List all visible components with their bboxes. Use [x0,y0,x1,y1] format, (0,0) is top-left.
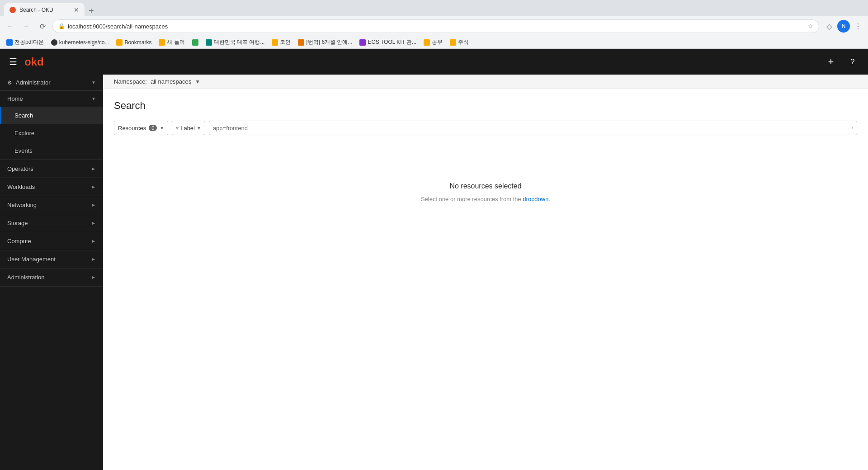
bookmark-coin[interactable]: 코인 [269,38,293,47]
sidebar-item-storage[interactable]: Storage ► [0,214,103,232]
bookmark-eos[interactable]: EOS TOOL KIT 관... [357,38,419,47]
lock-icon: 🔒 [58,23,65,29]
bookmark-eos-label: EOS TOOL KIT 관... [368,38,416,46]
search-toolbar: Resources 0 ▼ ▿ Label ▼ / [114,121,857,135]
sidebar-item-workloads[interactable]: Workloads ► [0,178,103,196]
help-button[interactable]: ? [844,54,861,70]
sidebar-administrator-header[interactable]: ⚙ Administrator ▼ [0,75,103,90]
administrator-icon: ⚙ [7,80,12,86]
search-input[interactable] [213,125,851,132]
resources-dropdown[interactable]: Resources 0 ▼ [114,121,168,135]
storage-chevron-icon: ► [91,221,96,226]
compute-chevron-icon: ► [91,239,96,244]
bookmark-green-icon [192,39,198,46]
sidebar-home-header[interactable]: Home ▼ [0,91,103,107]
administrator-chevron-icon: ▼ [91,80,96,85]
bookmark-k8s-label: kubernetes-sigs/co... [59,39,109,46]
app-layout: ☰ okd + ? ⚙ Administrator ▼ Home ▼ [0,49,868,470]
sidebar-workloads-label: Workloads [7,183,91,190]
okd-logo-kd: kd [31,56,44,68]
namespace-selector[interactable]: Namespace: all namespaces ▼ [114,78,200,85]
back-button[interactable]: ← [4,20,16,33]
hamburger-menu-button[interactable]: ☰ [7,55,19,69]
namespace-chevron-icon: ▼ [195,79,200,85]
bookmark-pdf-label: 전공pdf다운 [14,38,44,46]
okd-logo-o: o [24,56,31,68]
bookmark-folder[interactable]: 새 폴더 [156,38,187,47]
bookmark-bookmarks[interactable]: Bookmarks [113,38,154,47]
sidebar-item-administration[interactable]: Administration ► [0,268,103,286]
sidebar-administration-section: Administration ► [0,268,103,287]
url-input[interactable] [68,23,805,30]
bookmark-coin-label: 코인 [280,38,291,46]
bookmark-study-label: 공부 [432,38,443,46]
sidebar-search-label: Search [14,112,96,119]
bookmark-folder-icon [159,39,165,46]
bookmark-pdf[interactable]: 전공pdf다운 [4,38,47,47]
sidebar-administrator-section: ⚙ Administrator ▼ [0,75,103,91]
sidebar-item-user-management[interactable]: User Management ► [0,250,103,268]
label-chevron-icon: ▼ [197,126,201,131]
page-title: Search [114,100,857,112]
sidebar-explore-label: Explore [14,130,96,136]
sidebar: ⚙ Administrator ▼ Home ▼ Search Explore [0,75,103,470]
tab-close-button[interactable]: ✕ [74,6,79,14]
sidebar-operators-section: Operators ► [0,160,103,178]
star-icon[interactable]: ☆ [807,23,813,30]
new-tab-button[interactable]: + [85,6,98,16]
sidebar-item-operators[interactable]: Operators ► [0,160,103,178]
reload-button[interactable]: ⟳ [36,20,49,33]
namespace-label: Namespace: [114,78,147,85]
bookmark-trans[interactable]: [번역] 6개월 안에... [295,38,355,47]
sidebar-usermgmt-label: User Management [7,256,91,263]
sidebar-compute-label: Compute [7,238,91,244]
bookmark-korea-label: 대한민국 대표 여행... [214,38,265,46]
sidebar-item-networking[interactable]: Networking ► [0,196,103,214]
active-tab[interactable]: Search - OKD ✕ [4,3,85,16]
sidebar-home-label: Home [7,95,91,102]
sidebar-item-search[interactable]: Search [0,107,103,124]
bookmark-green[interactable] [189,38,201,47]
bookmark-bookmarks-label: Bookmarks [124,39,151,46]
sidebar-workloads-section: Workloads ► [0,178,103,196]
browser-chrome: Search - OKD ✕ + ← → ⟳ 🔒 ☆ ◇ N ⋮ 전공pdf다운… [0,0,868,49]
edit-icon: / [851,125,853,132]
administration-chevron-icon: ► [91,275,96,280]
bookmarks-bar: 전공pdf다운 kubernetes-sigs/co... Bookmarks … [0,36,868,49]
sidebar-events-label: Events [14,147,96,154]
forward-button[interactable]: → [20,20,33,33]
extensions-button[interactable]: ◇ [823,20,835,33]
sidebar-administrator-label: Administrator [16,79,91,86]
bookmark-stock[interactable]: 주식 [447,38,472,47]
search-input-container[interactable]: / [209,121,857,135]
add-button[interactable]: + [823,54,839,70]
top-bar: ☰ okd + ? [0,49,868,75]
tab-title: Search - OKD [19,7,53,13]
bookmark-study[interactable]: 공부 [421,38,445,47]
sidebar-item-events[interactable]: Events [0,142,103,160]
empty-state-desc-suffix: . [548,196,550,202]
sidebar-compute-section: Compute ► [0,232,103,250]
dropdown-link[interactable]: dropdown [523,196,548,202]
empty-state-desc-prefix: Select one or more resources from the [421,196,523,202]
sidebar-item-explore[interactable]: Explore [0,124,103,142]
bookmark-korea[interactable]: 대한민국 대표 여행... [203,38,268,47]
bookmark-stock-icon [450,39,456,46]
browser-tabs: Search - OKD ✕ + [0,0,868,16]
label-filter-button[interactable]: ▿ Label ▼ [172,121,205,135]
home-chevron-icon: ▼ [91,96,96,101]
content-area: Namespace: all namespaces ▼ Search Resou… [103,75,868,470]
namespace-value: all namespaces [151,78,191,85]
bookmark-k8s[interactable]: kubernetes-sigs/co... [48,38,112,47]
address-bar[interactable]: 🔒 ☆ [52,19,819,33]
empty-state: No resources selected Select one or more… [114,146,857,239]
resources-count: 0 [149,125,157,131]
sidebar-administration-label: Administration [7,274,91,281]
profile-button[interactable]: N [837,20,850,33]
sidebar-storage-section: Storage ► [0,214,103,232]
browser-toolbar-actions: ◇ N ⋮ [823,20,864,33]
main-layout: ⚙ Administrator ▼ Home ▼ Search Explore [0,75,868,470]
more-button[interactable]: ⋮ [852,20,864,33]
filter-icon: ▿ [176,125,179,131]
sidebar-item-compute[interactable]: Compute ► [0,232,103,250]
